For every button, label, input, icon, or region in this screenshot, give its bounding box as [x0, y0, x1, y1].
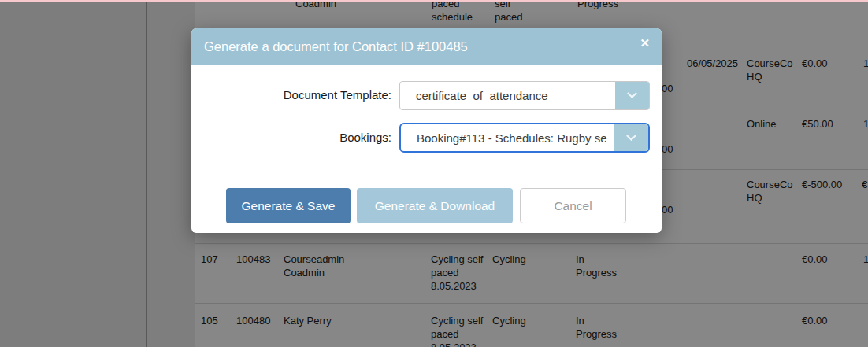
modal-header: Generate a document for Contact ID #1004… — [191, 28, 662, 65]
top-accent-line — [0, 0, 868, 2]
generate-save-button[interactable]: Generate & Save — [226, 188, 351, 223]
document-template-label: Document Template: — [207, 88, 391, 102]
bookings-label: Bookings: — [207, 131, 391, 144]
cancel-button[interactable]: Cancel — [520, 188, 626, 223]
generate-document-modal: Generate a document for Contact ID #1004… — [191, 28, 662, 233]
chevron-down-icon[interactable] — [614, 124, 648, 151]
chevron-down-icon[interactable] — [615, 82, 649, 109]
bookings-select[interactable]: Booking#113 - Schedules: Rugby se — [399, 123, 650, 153]
close-icon[interactable]: ✕ — [640, 37, 650, 49]
document-template-value: certificate_of_attendance — [400, 82, 615, 109]
document-template-select[interactable]: certificate_of_attendance — [399, 81, 650, 110]
generate-download-button[interactable]: Generate & Download — [357, 188, 513, 223]
modal-title: Generate a document for Contact ID #1004… — [204, 28, 468, 65]
bookings-value: Booking#113 - Schedules: Rugby se — [401, 124, 614, 151]
